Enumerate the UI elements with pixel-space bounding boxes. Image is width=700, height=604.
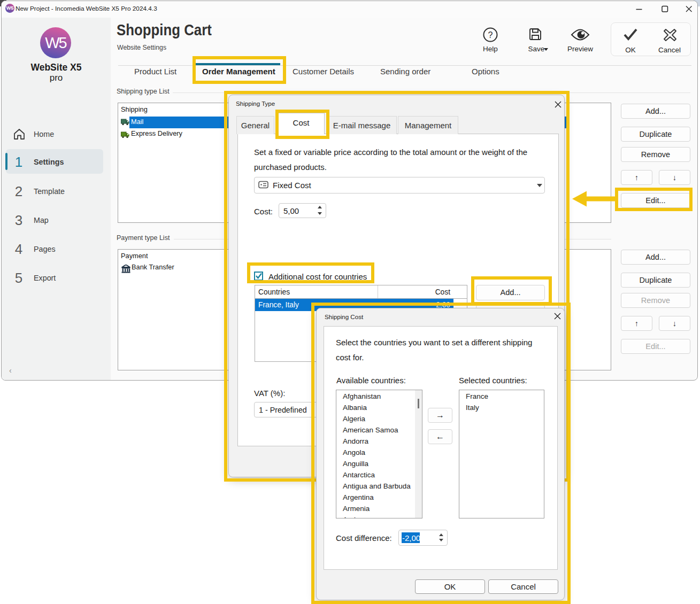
svg-text:?: ? <box>488 30 493 40</box>
